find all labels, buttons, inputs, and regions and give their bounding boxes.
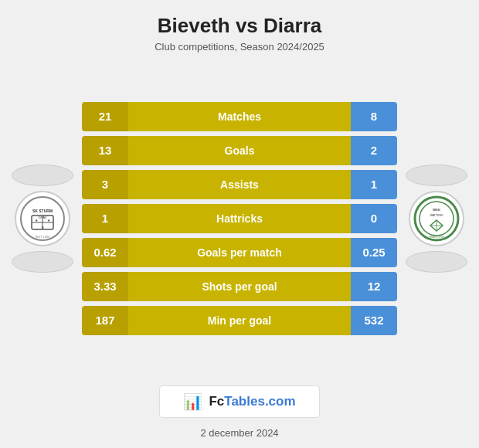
left-team-logo-area: SK STURM GRAZ ★ ★ ★ SEIT 1909 xyxy=(8,165,77,273)
right-team-logo: WSG WATTENS SWAROVSKI xyxy=(409,191,464,246)
stat-right-value: 12 xyxy=(351,272,397,301)
stat-left-value: 3.33 xyxy=(82,272,128,301)
stat-left-value: 0.62 xyxy=(82,238,128,267)
right-oval-top xyxy=(406,165,467,186)
stat-row: 21Matches8 xyxy=(82,102,397,131)
svg-text:SK STURM: SK STURM xyxy=(32,209,53,213)
stat-label: Goals per match xyxy=(128,238,351,267)
svg-text:SWAROVSKI: SWAROVSKI xyxy=(428,236,444,239)
svg-point-10 xyxy=(415,197,458,240)
stat-row: 187Min per goal532 xyxy=(82,306,397,335)
stat-right-value: 0.25 xyxy=(351,238,397,267)
stat-right-value: 0 xyxy=(351,204,397,233)
brand-box: 📊 FcTables.com xyxy=(159,385,319,418)
stat-label: Min per goal xyxy=(128,306,351,335)
footer: 2 december 2024 xyxy=(200,421,278,448)
page-title: Bieveth vs Diarra xyxy=(0,14,479,38)
stat-row: 3Assists1 xyxy=(82,170,397,199)
stat-row: 13Goals2 xyxy=(82,136,397,165)
stat-left-value: 187 xyxy=(82,306,128,335)
right-oval-bottom xyxy=(406,251,467,273)
stats-container: 21Matches813Goals23Assists11Hattricks00.… xyxy=(77,102,402,335)
branding-area: 📊 FcTables.com xyxy=(0,378,479,421)
stat-left-value: 1 xyxy=(82,204,128,233)
stat-right-value: 532 xyxy=(351,306,397,335)
main-area: SK STURM GRAZ ★ ★ ★ SEIT 1909 xyxy=(0,59,479,378)
header: Bieveth vs Diarra Club competitions, Sea… xyxy=(0,0,479,59)
brand-colored-text: Tables.com xyxy=(224,394,295,409)
svg-text:WATTENS: WATTENS xyxy=(430,214,443,217)
stat-label: Goals xyxy=(128,136,351,165)
svg-text:WSG: WSG xyxy=(433,208,440,212)
stat-label: Matches xyxy=(128,102,351,131)
svg-text:SEIT 1909: SEIT 1909 xyxy=(36,235,51,239)
stat-left-value: 21 xyxy=(82,102,128,131)
footer-date: 2 december 2024 xyxy=(200,427,278,439)
stat-left-value: 13 xyxy=(82,136,128,165)
right-team-logo-area: WSG WATTENS SWAROVSKI xyxy=(402,165,471,273)
stat-label: Shots per goal xyxy=(128,272,351,301)
stat-row: 1Hattricks0 xyxy=(82,204,397,233)
left-oval-top xyxy=(12,165,73,186)
brand-text: FcTables.com xyxy=(209,394,295,409)
stat-label: Hattricks xyxy=(128,204,351,233)
left-team-logo: SK STURM GRAZ ★ ★ ★ SEIT 1909 xyxy=(15,191,70,246)
brand-icon: 📊 xyxy=(183,392,202,411)
stat-row: 0.62Goals per match0.25 xyxy=(82,238,397,267)
stat-right-value: 1 xyxy=(351,170,397,199)
page-wrapper: Bieveth vs Diarra Club competitions, Sea… xyxy=(0,0,479,448)
stat-left-value: 3 xyxy=(82,170,128,199)
stat-right-value: 8 xyxy=(351,102,397,131)
page-subtitle: Club competitions, Season 2024/2025 xyxy=(0,41,479,53)
left-oval-bottom xyxy=(12,251,73,273)
stat-row: 3.33Shots per goal12 xyxy=(82,272,397,301)
stat-label: Assists xyxy=(128,170,351,199)
stat-right-value: 2 xyxy=(351,136,397,165)
